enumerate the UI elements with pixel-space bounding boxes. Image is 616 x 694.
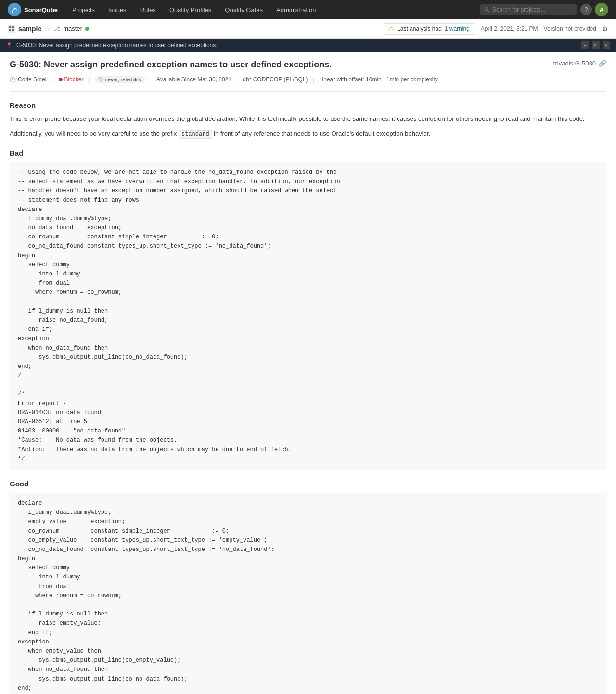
description-paragraph-1: This is error-prone because your local d… xyxy=(10,114,606,124)
tag-icon xyxy=(99,77,103,82)
severity-dot xyxy=(59,78,63,81)
severity-badge: Blocker xyxy=(59,76,83,83)
available-since: Available Since Mar 30, 2021 xyxy=(156,76,231,83)
separator-2: | xyxy=(88,76,90,83)
warning-badge: ⚠ Last analysis had 1 warning xyxy=(383,23,475,35)
top-navbar: SonarQube Projects Issues Rules Quality … xyxy=(0,0,616,19)
svg-rect-2 xyxy=(9,26,11,28)
close-button[interactable]: × xyxy=(603,41,610,49)
svg-point-7 xyxy=(100,78,101,79)
warning-text: Last analysis had xyxy=(397,26,442,32)
user-avatar[interactable]: A xyxy=(595,3,608,16)
nav-administration[interactable]: Administration xyxy=(270,0,322,19)
rule-title: G-5030: Never assign predefined exceptio… xyxy=(10,60,553,70)
rule-ref-text: trivadis:G-5030 xyxy=(553,60,596,67)
branch-icon: ⎇ xyxy=(53,26,60,32)
search-input[interactable] xyxy=(492,6,573,13)
nav-projects[interactable]: Projects xyxy=(65,0,102,19)
sonarqube-logo-icon xyxy=(8,3,21,16)
bad-code-block: -- Using the code below, we are not able… xyxy=(10,162,606,470)
project-icon xyxy=(8,25,15,33)
logo-text: SonarQube xyxy=(24,6,58,13)
desc-text-2: Additionally, you will need to be very c… xyxy=(10,130,177,137)
project-bar: sample ☆ ⎇ master ⚠ Last analysis had 1 … xyxy=(0,19,616,39)
severity-label: Blocker xyxy=(64,76,83,83)
reason-section-title: Reason xyxy=(10,101,606,109)
rule-link-icon[interactable]: 🔗 xyxy=(599,60,606,67)
svg-point-0 xyxy=(485,8,488,11)
location-pin-icon: 📍 xyxy=(6,42,13,49)
project-name[interactable]: sample xyxy=(18,25,41,33)
rule-header: G-5030: Never assign predefined exceptio… xyxy=(10,60,606,70)
help-button[interactable]: ? xyxy=(580,4,592,15)
rule-bar-controls: − □ × xyxy=(581,41,610,49)
svg-rect-5 xyxy=(12,29,14,31)
svg-rect-3 xyxy=(12,26,14,28)
desc-text-3: in front of any reference that needs to … xyxy=(214,130,430,137)
minimize-button[interactable]: − xyxy=(581,41,589,49)
separator-4: | xyxy=(236,76,238,83)
nav-rules[interactable]: Rules xyxy=(133,0,163,19)
favorite-star-icon[interactable]: ☆ xyxy=(44,25,51,33)
warning-icon: ⚠ xyxy=(388,25,394,33)
rule-ref: trivadis:G-5030 🔗 xyxy=(553,60,606,67)
separator-5: | xyxy=(313,76,314,83)
separator-1: | xyxy=(52,76,54,83)
remediation-text: Linear with offset: 10min +1min per comp… xyxy=(319,76,438,83)
code-smell-icon xyxy=(10,77,16,83)
branch-status-badge xyxy=(85,27,89,31)
good-section-title: Good xyxy=(10,480,606,488)
analysis-date: April 2, 2021, 3:21 PM xyxy=(481,26,538,32)
description-paragraph-2: Additionally, you will need to be very c… xyxy=(10,129,606,139)
project-status-area: ⚠ Last analysis had 1 warning April 2, 2… xyxy=(383,23,608,35)
version-text: Version not provided xyxy=(544,26,596,32)
warning-link[interactable]: 1 warning xyxy=(445,26,470,32)
tag-never: never, reliability xyxy=(105,77,141,82)
settings-icon[interactable]: ⚙ xyxy=(602,25,608,33)
branch-name[interactable]: master xyxy=(63,25,82,32)
tags-badge: never, reliability xyxy=(95,76,145,83)
good-code-block: declare l_dummy dual.dummy%type; empty_v… xyxy=(10,493,606,694)
nav-quality-gates[interactable]: Quality Gates xyxy=(218,0,270,19)
bad-section-title: Bad xyxy=(10,149,606,157)
separator-3: | xyxy=(150,76,152,83)
rule-panel-bar-title: G-5030: Never assign predefined exceptio… xyxy=(16,42,578,49)
search-icon xyxy=(484,7,489,13)
inline-code-standard: standard xyxy=(179,130,212,139)
project-grid-icon xyxy=(9,26,14,32)
type-label: Code Smell xyxy=(18,76,48,83)
nav-quality-profiles[interactable]: Quality Profiles xyxy=(163,0,218,19)
svg-rect-4 xyxy=(9,29,11,31)
nav-issues[interactable]: Issues xyxy=(102,0,133,19)
search-bar[interactable] xyxy=(480,4,577,15)
rule-tags-row: Code Smell | Blocker | never, reliabilit… xyxy=(10,76,606,83)
divider-1 xyxy=(10,91,606,92)
svg-line-1 xyxy=(488,11,489,12)
desc-text-1: This is error-prone because your local d… xyxy=(10,115,584,122)
rule-detail-content: G-5030: Never assign predefined exceptio… xyxy=(0,52,616,694)
rule-type: Code Smell xyxy=(10,76,48,83)
db-label: db* CODECOP (PL/SQL) xyxy=(243,76,308,83)
svg-point-6 xyxy=(10,77,15,82)
project-info: sample ☆ ⎇ master xyxy=(8,25,383,33)
logo[interactable]: SonarQube xyxy=(8,3,58,16)
maximize-button[interactable]: □ xyxy=(592,41,600,49)
rule-panel-bar: 📍 G-5030: Never assign predefined except… xyxy=(0,39,616,52)
